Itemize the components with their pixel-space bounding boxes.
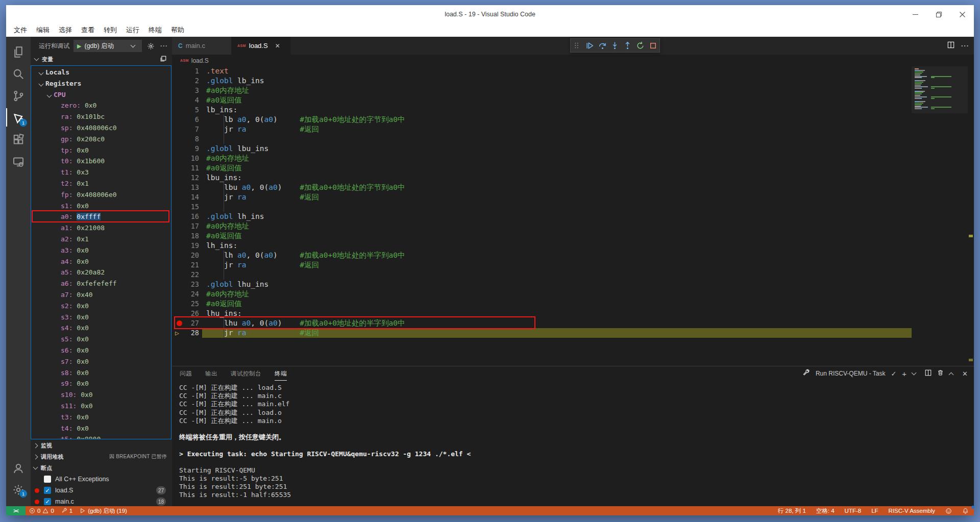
feedback-button[interactable] — [940, 506, 957, 515]
code-line[interactable]: 15 — [172, 202, 912, 212]
register-row[interactable]: s8: 0x0 — [31, 367, 171, 379]
minimap[interactable] — [912, 66, 968, 365]
editor-gutter[interactable]: 15 — [172, 202, 206, 212]
editor-gutter[interactable]: 26 — [172, 309, 206, 318]
register-row[interactable]: t0: 0x1b600 — [31, 156, 171, 167]
launch-config-dropdown[interactable]: ▶ (gdb) 启动 — [74, 40, 142, 52]
editor-gutter[interactable]: 18 — [172, 231, 206, 241]
new-terminal-button[interactable]: + — [902, 369, 906, 378]
code-line[interactable]: 12lbu_ins: — [172, 173, 912, 183]
tree-group-CPU[interactable]: CPU — [31, 89, 171, 101]
sidebar-item-run-debug[interactable] — [6, 107, 31, 129]
register-row[interactable]: s11: 0x0 — [31, 401, 171, 412]
status-item[interactable]: 行 28, 列 1 — [773, 506, 811, 515]
register-row[interactable]: s3: 0x0 — [31, 312, 171, 323]
step-over-button[interactable] — [597, 40, 608, 51]
restart-button[interactable] — [635, 40, 646, 51]
breakpoint-dot-icon[interactable] — [177, 320, 182, 326]
register-row[interactable]: s1: 0x0 — [31, 201, 171, 212]
code-text[interactable]: #a0返回值 — [206, 299, 242, 309]
register-row[interactable]: t1: 0x3 — [31, 167, 171, 178]
menu-item-选择[interactable]: 选择 — [54, 23, 77, 37]
code-line[interactable]: 16.globl lh_ins — [172, 212, 912, 221]
editor-gutter[interactable]: 14 — [172, 192, 206, 202]
watch-section-header[interactable]: 监视 — [31, 440, 172, 451]
code-text[interactable]: .globl lbu_ins — [206, 144, 268, 154]
remote-indicator[interactable]: >< — [6, 506, 26, 515]
menu-item-文件[interactable]: 文件 — [9, 23, 32, 37]
register-row[interactable]: a4: 0x0 — [31, 256, 171, 267]
start-debug-icon[interactable]: ▶ — [77, 43, 81, 49]
editor-gutter[interactable]: 4 — [172, 95, 206, 105]
code-line[interactable]: 23.globl lhu_ins — [172, 280, 912, 289]
code-line[interactable]: 19lh_ins: — [172, 241, 912, 251]
code-editor[interactable]: 1.text2.globl lb_ins3#a0内存地址4#a0返回值5lb_i… — [172, 66, 912, 365]
editor-gutter[interactable]: 17 — [172, 221, 206, 231]
menu-item-终端[interactable]: 终端 — [144, 23, 166, 37]
variables-section-header[interactable]: 变量 — [31, 53, 172, 65]
register-row[interactable]: s2: 0x0 — [31, 301, 171, 312]
code-line[interactable]: 24#a0内存地址 — [172, 289, 912, 299]
register-row[interactable]: s5: 0x0 — [31, 334, 171, 345]
breakpoint-item[interactable]: ✓main.c18 — [31, 496, 172, 507]
breakpoint-checkbox[interactable]: ✓ — [44, 498, 51, 505]
code-text[interactable]: lhu_ins: — [206, 309, 242, 318]
code-line[interactable]: 26lhu_ins: — [172, 309, 912, 318]
panel-icon[interactable] — [160, 55, 167, 63]
editor-gutter[interactable]: 13 — [172, 183, 206, 192]
split-editor-icon[interactable] — [947, 41, 954, 51]
editor-gutter[interactable]: 11 — [172, 163, 206, 173]
editor-gutter[interactable]: 10 — [172, 154, 206, 163]
editor-gutter[interactable]: 24 — [172, 289, 206, 299]
register-row[interactable]: a1: 0x21008 — [31, 222, 171, 234]
code-text[interactable]: .text — [206, 66, 229, 76]
breakpoint-item[interactable]: ✓load.S27 — [31, 485, 172, 496]
editor-gutter[interactable]: 25 — [172, 299, 206, 309]
call-stack-section-header[interactable]: 调用堆栈 因 BREAKPOINT 已暂停 — [31, 451, 172, 462]
editor-gutter[interactable]: 20 — [172, 251, 206, 260]
code-line[interactable]: 13 lbu a0, 0(a0) #加载a0+0地址处的字节到a0中 — [172, 183, 912, 192]
editor-gutter[interactable]: 2 — [172, 76, 206, 86]
close-tab-icon[interactable]: ✕ — [275, 42, 280, 49]
register-row[interactable]: ra: 0x101bc — [31, 111, 171, 122]
sidebar-item-search[interactable] — [6, 63, 31, 85]
maximize-panel-icon[interactable] — [949, 372, 954, 377]
editor-gutter[interactable]: 7 — [172, 125, 206, 134]
code-text[interactable]: lhu a0, 0(a0) #加载a0+0地址处的半字到a0中 — [206, 318, 405, 328]
code-text[interactable]: #a0内存地址 — [206, 221, 249, 231]
code-line[interactable]: 20 lh a0, 0(a0) #加载a0+0地址处的半字到a0中 — [172, 251, 912, 260]
menu-item-转到[interactable]: 转到 — [99, 23, 121, 37]
code-line[interactable]: 18#a0返回值 — [172, 231, 912, 241]
register-row[interactable]: s6: 0x0 — [31, 345, 171, 356]
code-text[interactable]: #a0返回值 — [206, 95, 242, 105]
code-line[interactable]: ▷28 jr ra #返回 — [172, 328, 912, 338]
code-line[interactable]: 4#a0返回值 — [172, 95, 912, 105]
close-panel-icon[interactable]: ✕ — [962, 370, 968, 378]
register-row[interactable]: a5: 0x20a82 — [31, 267, 171, 278]
breakpoint-checkbox[interactable] — [44, 476, 51, 483]
close-button[interactable] — [950, 5, 974, 23]
code-text[interactable]: .globl lb_ins — [206, 76, 264, 86]
editor-gutter[interactable]: ▷28 — [172, 328, 206, 338]
code-line[interactable]: 21 jr ra #返回 — [172, 260, 912, 270]
code-line[interactable]: 2.globl lb_ins — [172, 76, 912, 86]
breadcrumb[interactable]: ASM load.S — [172, 55, 974, 66]
status-item[interactable]: LF — [866, 506, 883, 515]
tab-load-s[interactable]: ASM load.S ✕ — [231, 37, 290, 55]
code-text[interactable]: .globl lhu_ins — [206, 280, 268, 289]
terminal-output[interactable]: CC -[M] 正在构建 ... load.SCC -[M] 正在构建 ... … — [179, 384, 964, 504]
toolbar-drag-handle[interactable] — [571, 40, 582, 51]
overview-ruler[interactable] — [968, 66, 974, 365]
editor-gutter[interactable]: 22 — [172, 270, 206, 280]
status-item[interactable]: UTF-8 — [840, 506, 867, 515]
editor-gutter[interactable]: 19 — [172, 241, 206, 251]
problems-status[interactable]: 0 0 — [26, 506, 58, 515]
panel-tab-问题[interactable]: 问题 — [180, 366, 192, 381]
register-row[interactable]: gp: 0x208c0 — [31, 134, 171, 145]
code-line[interactable]: 14 jr ra #返回 — [172, 192, 912, 202]
editor-gutter[interactable]: 9 — [172, 144, 206, 154]
register-row[interactable]: a6: 0xfefefeff — [31, 278, 171, 289]
editor-gutter[interactable]: 8 — [172, 134, 206, 144]
register-row[interactable]: a0: 0xffff — [31, 211, 171, 222]
register-row[interactable]: tp: 0x0 — [31, 145, 171, 156]
